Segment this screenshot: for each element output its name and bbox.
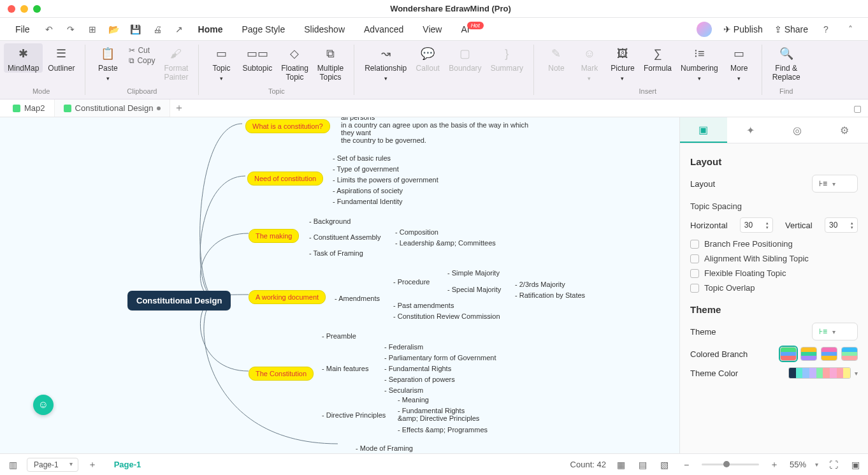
node-making[interactable]: The making <box>249 229 299 243</box>
tab-ai[interactable]: AIHot <box>459 22 487 37</box>
assistant-fab[interactable]: ☺ <box>33 395 54 415</box>
relationship-button[interactable]: ↝Relationship▾ <box>361 43 410 82</box>
leaf[interactable]: - 2/3rds Majority <box>515 281 565 288</box>
leaf[interactable]: - Directive Principles <box>322 411 386 419</box>
node-constitution[interactable]: The Constitution <box>249 367 314 381</box>
chk-topic-overlap[interactable]: Topic Overlap <box>690 283 858 293</box>
publish-button[interactable]: ✈ Publish <box>723 24 763 34</box>
horizontal-input[interactable]: 30▴▾ <box>740 217 773 233</box>
leaf[interactable]: - Secularism <box>384 386 423 394</box>
swatch-4[interactable] <box>841 347 858 361</box>
leaf[interactable]: - Parliamentary form of Government <box>384 354 496 362</box>
share-button[interactable]: ⇪ Share <box>774 24 808 34</box>
panel-tab-style[interactable]: ✦ <box>727 117 774 143</box>
zoom-slider[interactable] <box>702 464 759 465</box>
multiple-topics-button[interactable]: ⧉Multiple Topics <box>314 43 347 82</box>
leaf[interactable]: - Background <box>309 217 351 225</box>
zoom-in-button[interactable]: ＋ <box>768 458 781 471</box>
leaf[interactable]: - Federalism <box>384 343 423 351</box>
fit-icon[interactable]: ⛶ <box>827 458 840 471</box>
leaf[interactable]: - Constituent Assembly <box>309 233 381 241</box>
add-page-button[interactable]: ＋ <box>86 458 99 471</box>
tab-home[interactable]: Home <box>197 22 224 37</box>
chk-branch-free[interactable]: Branch Free Positioning <box>690 239 858 249</box>
panel-tab-layout[interactable]: ▣ <box>680 117 727 143</box>
chk-align-sibling[interactable]: Alignment With Sibling Topic <box>690 254 858 263</box>
leaf[interactable]: - Special Majority <box>447 286 501 293</box>
leaf[interactable]: they want <box>341 129 371 136</box>
view-mode-3[interactable]: ▧ <box>658 458 671 471</box>
leaf[interactable]: - Set of basic rules <box>333 154 391 162</box>
leaf[interactable]: - Effects &amp; Programmes <box>398 426 488 434</box>
leaf[interactable]: - Preamble <box>322 332 356 340</box>
save-icon[interactable]: 💾 <box>129 23 142 36</box>
panel-tab-settings[interactable]: ⚙ <box>821 117 868 143</box>
vertical-input[interactable]: 30▴▾ <box>825 217 858 233</box>
user-avatar[interactable] <box>697 22 712 37</box>
view-mode-2[interactable]: ▤ <box>637 458 649 471</box>
subtopic-button[interactable]: ▭▭Subtopic <box>238 43 276 73</box>
leaf[interactable]: - Task of Framing <box>309 249 363 257</box>
format-painter-button[interactable]: 🖌Format Painter <box>160 43 192 82</box>
maximize-window[interactable] <box>33 5 41 13</box>
panel-tab-location[interactable]: ◎ <box>774 117 821 143</box>
help-icon[interactable]: ? <box>820 23 832 36</box>
undo-icon[interactable]: ↶ <box>43 23 55 36</box>
tab-view[interactable]: View <box>421 22 443 37</box>
node-working-doc[interactable]: A working document <box>249 290 326 304</box>
root-node[interactable]: Constitutional Design <box>127 291 231 311</box>
theme-color-picker[interactable] <box>788 367 851 379</box>
pages-icon[interactable]: ▥ <box>6 458 19 471</box>
leaf[interactable]: - Leadership &amp; Committees <box>395 239 496 247</box>
view-mode-1[interactable]: ▦ <box>615 458 628 471</box>
page-select[interactable]: Page-1 <box>27 458 78 472</box>
topic-button[interactable]: ▭Topic▾ <box>205 43 237 82</box>
mark-button[interactable]: ☺Mark▾ <box>574 43 605 82</box>
node-what-is[interactable]: What is a constitution? <box>245 119 330 133</box>
chevron-down-icon[interactable]: ▾ <box>855 370 858 377</box>
tab-page-style[interactable]: Page Style <box>240 22 286 37</box>
fullscreen-icon[interactable]: ▣ <box>849 458 862 471</box>
canvas[interactable]: Constitutional Design What is a constitu… <box>0 117 679 453</box>
leaf[interactable]: - Mode of Framing <box>356 444 413 452</box>
print-icon[interactable]: 🖨 <box>151 23 164 36</box>
leaf[interactable]: - Type of government <box>333 165 399 173</box>
copy-button[interactable]: ⧉Copy <box>129 56 155 65</box>
collapse-ribbon-icon[interactable]: ˄ <box>844 23 857 36</box>
formula-button[interactable]: ∑Formula <box>640 43 676 73</box>
leaf[interactable]: - Fundamental Rights <box>384 365 451 372</box>
node-need[interactable]: Need of constitution <box>247 172 323 186</box>
tab-advanced[interactable]: Advanced <box>363 22 405 37</box>
leaf[interactable]: - Past amendments <box>393 302 454 309</box>
swatch-2[interactable] <box>800 347 817 361</box>
close-window[interactable] <box>8 5 15 13</box>
boundary-button[interactable]: ▢Boundary <box>445 43 485 73</box>
page-tab[interactable]: Page-1 <box>106 460 149 469</box>
tab-slideshow[interactable]: Slideshow <box>303 22 346 37</box>
leaf[interactable]: - Procedure <box>393 278 430 286</box>
mode-mindmap[interactable]: ✱MindMap <box>4 43 43 73</box>
leaf[interactable]: - Constitution Review Commission <box>393 312 500 320</box>
export-icon[interactable]: ↗ <box>173 23 185 36</box>
leaf[interactable]: - Amendments <box>335 295 380 302</box>
leaf[interactable]: - Simple Majority <box>447 269 500 277</box>
zoom-out-button[interactable]: − <box>680 458 693 471</box>
more-button[interactable]: ▭More▾ <box>723 43 755 82</box>
leaf[interactable]: - Limits the powers of government <box>333 176 438 184</box>
leaf[interactable]: - Aspirations of society <box>333 187 403 194</box>
swatch-3[interactable] <box>821 347 837 361</box>
leaf[interactable]: - Ratification by States <box>515 291 585 299</box>
file-menu[interactable]: File <box>11 23 34 36</box>
zoom-value[interactable]: 55% <box>790 460 806 469</box>
floating-topic-button[interactable]: ◇Floating Topic <box>277 43 312 82</box>
numbering-button[interactable]: ⁝≡Numbering▾ <box>677 43 722 82</box>
add-tab-button[interactable]: ＋ <box>170 101 188 115</box>
leaf[interactable]: - Meaning <box>398 396 429 404</box>
chk-flexible-floating[interactable]: Flexible Floating Topic <box>690 268 858 278</box>
leaf[interactable]: - Fundamental Rights &amp; Directive Pri… <box>398 407 487 422</box>
doc-tab-map2[interactable]: Map2 <box>4 99 55 117</box>
find-replace-button[interactable]: 🔍Find & Replace <box>769 43 804 82</box>
mode-outliner[interactable]: ☰Outliner <box>44 43 78 73</box>
leaf[interactable]: in a country can agree upon as the basis… <box>341 121 528 129</box>
summary-button[interactable]: }Summary <box>487 43 527 73</box>
